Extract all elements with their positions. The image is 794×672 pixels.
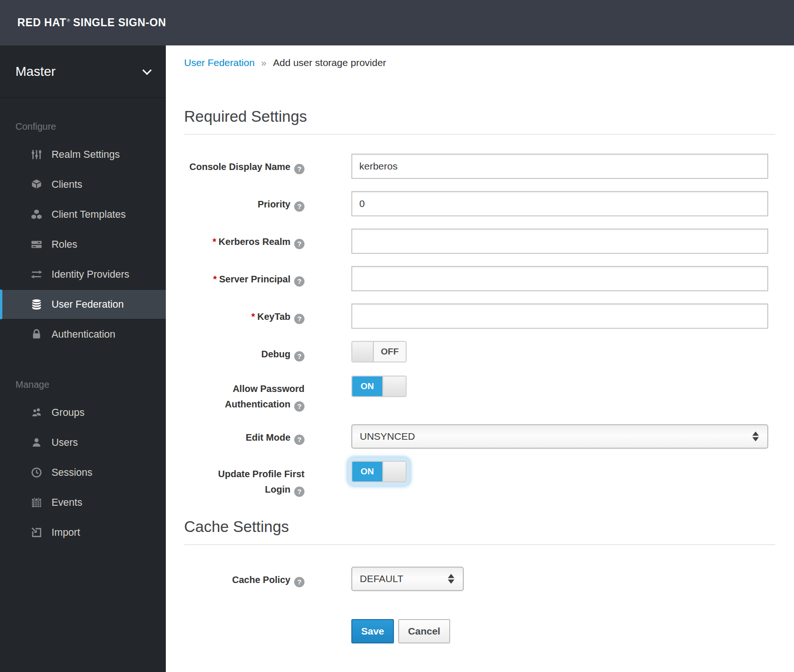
required-marker: * (251, 311, 255, 322)
cache-settings-heading: Cache Settings (184, 518, 775, 545)
form-row-allow-password-authentication: Allow Password Authentication? ON (184, 376, 775, 412)
sidebar-item-import[interactable]: Import (0, 517, 166, 547)
update-profile-first-login-toggle[interactable]: ON (351, 461, 407, 482)
cancel-button[interactable]: Cancel (398, 619, 450, 643)
allow-password-authentication-label: Allow Password Authentication? (184, 376, 304, 412)
sidebar-item-label: Import (52, 527, 80, 539)
page: RED HAT®SINGLE SIGN-ON Master Configure … (0, 0, 794, 672)
sidebar-item-label: Clients (52, 179, 82, 191)
edit-mode-select[interactable]: UNSYNCED (351, 424, 768, 449)
sidebar-item-users[interactable]: Users (0, 428, 166, 458)
help-icon[interactable]: ? (294, 164, 304, 174)
sidebar-item-roles[interactable]: Roles (0, 229, 166, 259)
sidebar-item-realm-settings[interactable]: Realm Settings (0, 140, 166, 170)
cubes-icon (30, 208, 44, 221)
sidebar-item-label: User Federation (52, 299, 124, 310)
required-settings-heading: Required Settings (184, 108, 775, 135)
user-icon (30, 436, 44, 449)
priority-label: Priority? (184, 191, 304, 216)
console-display-name-input[interactable] (351, 154, 768, 179)
server-principal-input[interactable] (351, 266, 768, 291)
priority-input[interactable] (351, 191, 768, 216)
sidebar-item-label: Groups (52, 407, 85, 419)
sidebar-item-authentication[interactable]: Authentication (0, 319, 166, 349)
toggle-handle (382, 377, 406, 396)
form-row-server-principal: *Server Principal? (184, 266, 775, 291)
sliders-icon (30, 148, 44, 161)
exchange-icon (30, 268, 44, 281)
form-row-cache-policy: Cache Policy? DEFAULT (184, 567, 775, 591)
breadcrumb-current: Add user storage provider (273, 57, 386, 68)
help-icon[interactable]: ? (294, 401, 304, 412)
sidebar-item-user-federation[interactable]: User Federation (0, 289, 166, 319)
keytab-label: *KeyTab? (184, 303, 304, 329)
realm-name: Master (15, 64, 56, 79)
debug-toggle[interactable]: OFF (351, 341, 407, 362)
update-profile-first-login-label: Update Profile First Login? (184, 461, 304, 497)
form-row-debug: Debug? OFF (184, 341, 775, 363)
sidebar-section-manage: Manage (15, 379, 166, 390)
required-marker: * (213, 274, 217, 284)
form-row-update-profile-first-login: Update Profile First Login? ON (184, 461, 775, 497)
sidebar-item-label: Users (52, 437, 78, 449)
edit-mode-label: Edit Mode? (184, 424, 304, 449)
sidebar-item-label: Client Templates (52, 209, 126, 221)
sidebar-item-client-templates[interactable]: Client Templates (0, 199, 166, 229)
cube-icon (30, 178, 44, 191)
sidebar-item-sessions[interactable]: Sessions (0, 458, 166, 487)
kerberos-realm-input[interactable] (351, 229, 768, 254)
toggle-off-label: OFF (374, 342, 406, 362)
app-header: RED HAT®SINGLE SIGN-ON (0, 0, 794, 45)
required-settings-form: Console Display Name? Priority? (184, 154, 775, 497)
sidebar-item-identity-providers[interactable]: Identity Providers (0, 259, 166, 289)
select-arrows-icon (752, 432, 759, 442)
debug-label: Debug? (184, 341, 304, 363)
breadcrumb: User Federation » Add user storage provi… (184, 45, 775, 68)
clock-icon (30, 466, 44, 479)
server-principal-label: *Server Principal? (184, 266, 304, 291)
help-icon[interactable]: ? (294, 487, 304, 497)
required-marker: * (213, 236, 216, 247)
keytab-input[interactable] (351, 303, 768, 329)
help-icon[interactable]: ? (294, 351, 304, 362)
select-arrows-icon (448, 574, 454, 584)
sidebar-item-events[interactable]: Events (0, 487, 166, 517)
form-row-actions: Save Cancel (184, 603, 775, 643)
cache-policy-selected-value: DEFAULT (360, 573, 403, 584)
database-icon (30, 298, 44, 310)
console-display-name-label: Console Display Name? (184, 154, 304, 179)
sidebar-item-label: Sessions (52, 467, 92, 479)
realm-selector[interactable]: Master (0, 45, 166, 98)
kerberos-realm-label: *Kerberos Realm? (184, 229, 304, 254)
allow-password-authentication-toggle[interactable]: ON (351, 376, 407, 397)
help-icon[interactable]: ? (294, 314, 304, 324)
help-icon[interactable]: ? (294, 276, 304, 287)
form-row-edit-mode: Edit Mode? UNSYNCED (184, 424, 775, 449)
toggle-handle (382, 462, 406, 481)
brand-logo: RED HAT®SINGLE SIGN-ON (17, 16, 166, 29)
toggle-on-label: ON (352, 377, 382, 396)
sidebar-item-label: Realm Settings (52, 149, 120, 161)
lock-icon (30, 328, 44, 340)
help-icon[interactable]: ? (294, 239, 304, 249)
save-button[interactable]: Save (351, 619, 394, 643)
sidebar-item-groups[interactable]: Groups (0, 398, 166, 428)
form-row-console-display-name: Console Display Name? (184, 154, 775, 179)
sidebar-item-label: Events (52, 497, 82, 509)
edit-mode-selected-value: UNSYNCED (360, 431, 415, 442)
sidebar-item-clients[interactable]: Clients (0, 170, 166, 199)
sidebar-section-configure: Configure (15, 121, 166, 132)
form-actions: Save Cancel (351, 619, 768, 643)
help-icon[interactable]: ? (294, 435, 304, 445)
cache-policy-label: Cache Policy? (184, 567, 304, 591)
sidebar-item-label: Roles (52, 239, 77, 251)
form-row-keytab: *KeyTab? (184, 303, 775, 329)
form-row-priority: Priority? (184, 191, 775, 216)
breadcrumb-user-federation-link[interactable]: User Federation (184, 57, 255, 68)
help-icon[interactable]: ? (294, 577, 304, 587)
cache-policy-select[interactable]: DEFAULT (351, 567, 464, 591)
help-icon[interactable]: ? (294, 201, 304, 212)
breadcrumb-separator: » (261, 58, 267, 68)
focus-ring: ON (351, 461, 407, 482)
sidebar-item-label: Authentication (52, 329, 115, 340)
